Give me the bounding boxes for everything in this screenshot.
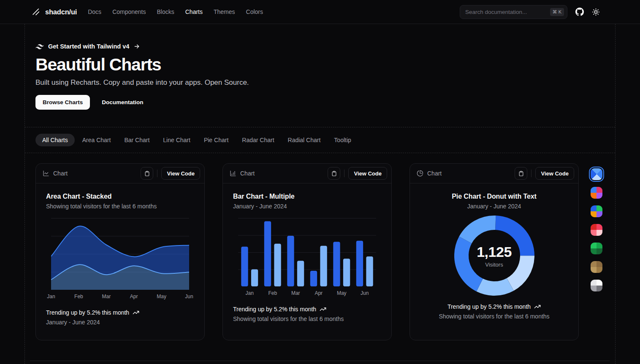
card-body: Pie Chart - Donut with Text January - Ju…	[410, 183, 578, 340]
next-section-divider	[30, 361, 610, 361]
tab-radial-chart[interactable]: Radial Chart	[282, 134, 327, 146]
theme-swatch-blue-rose-orange-violet[interactable]	[591, 187, 602, 199]
card-body: Bar Chart - Multiple January - June 2024…	[223, 183, 391, 340]
view-code-button[interactable]: View Code	[535, 167, 574, 180]
tailwind-announcement-link[interactable]: Get Started with Tailwind v4	[35, 43, 605, 50]
tab-all-charts[interactable]: All Charts	[35, 134, 75, 146]
theme-swatch-gray[interactable]	[591, 280, 602, 291]
x-tick-label: Jan	[246, 290, 254, 296]
copy-code-button[interactable]	[328, 167, 340, 180]
card-bar-chart-multiple: Chart View Code Bar Chart - Multiple Jan…	[222, 163, 392, 340]
chart-card-title: Pie Chart - Donut with Text	[420, 193, 568, 200]
footer-secondary-text: Showing total visitors for the last 6 mo…	[233, 315, 381, 322]
chart-card-subtitle: January - June 2024	[420, 203, 568, 210]
chart-cards-grid: Chart View Code Area Chart - Stacked Sho…	[35, 163, 579, 340]
sun-icon	[592, 8, 600, 16]
page-container: Get Started with Tailwind v4 Beautiful C…	[24, 24, 616, 364]
card-toolbar: Chart View Code	[36, 164, 204, 183]
tab-tooltip[interactable]: Tooltip	[328, 134, 357, 146]
bar-chart-svg	[238, 218, 376, 286]
brand-home-link[interactable]: shadcn/ui	[32, 8, 77, 16]
charts-section: Chart View Code Area Chart - Stacked Sho…	[25, 153, 615, 364]
search-kbd-shortcut: ⌘ K	[550, 8, 564, 16]
bar-chart-icon	[230, 170, 236, 177]
nav-link-blocks[interactable]: Blocks	[157, 8, 174, 15]
clipboard-icon	[144, 171, 150, 176]
x-tick-label: May	[337, 290, 347, 296]
area-chart-plot: JanFebMarAprMayJun	[51, 218, 189, 300]
view-code-button[interactable]: View Code	[161, 167, 200, 180]
bar-chart-x-axis: JanFebMarAprMayJun	[238, 290, 376, 297]
toolbar-divider	[157, 170, 157, 177]
copy-code-button[interactable]	[141, 167, 153, 180]
card-toolbar: Chart View Code	[223, 164, 391, 183]
footer-secondary-text: Showing total visitors for the last 6 mo…	[420, 313, 568, 320]
x-tick-label: Mar	[102, 294, 111, 299]
toolbar-chart-label: Chart	[53, 170, 68, 177]
nav-link-components[interactable]: Components	[112, 8, 146, 15]
card-toolbar: Chart View Code	[410, 164, 578, 183]
shadcn-logo-icon	[32, 8, 41, 16]
card-footer: Trending up by 5.2% this month January -…	[46, 309, 194, 326]
chart-card-title: Area Chart - Stacked	[46, 193, 194, 200]
toolbar-chart-label: Chart	[427, 170, 442, 177]
theme-swatch-red[interactable]	[591, 224, 602, 236]
navbar-right: Search documentation... ⌘ K	[460, 5, 600, 19]
x-tick-label: Jun	[361, 290, 369, 296]
nav-link-docs[interactable]: Docs	[88, 8, 101, 15]
pie-chart-icon	[417, 170, 423, 177]
trend-text: Trending up by 5.2% this month	[447, 303, 531, 310]
theme-swatch-blue-green-amber-violet[interactable]	[591, 205, 602, 217]
theme-swatch-green[interactable]	[591, 243, 602, 254]
x-tick-label: Apr	[130, 294, 138, 299]
github-link[interactable]	[575, 8, 584, 16]
nav-link-themes[interactable]: Themes	[214, 8, 235, 15]
x-tick-label: Jun	[185, 294, 193, 299]
hero-badge-text: Get Started with Tailwind v4	[48, 43, 129, 50]
x-tick-label: Feb	[74, 294, 83, 299]
theme-swatch-blue[interactable]	[591, 168, 602, 180]
bar-chart-plot: JanFebMarAprMayJun	[238, 218, 376, 297]
x-tick-label: Jan	[47, 294, 55, 299]
trending-up-icon	[133, 309, 139, 316]
view-code-button[interactable]: View Code	[348, 167, 387, 180]
donut-chart-svg	[454, 215, 535, 296]
chart-filter-tabs: All ChartsArea ChartBar ChartLine ChartP…	[25, 127, 615, 153]
chart-card-title: Bar Chart - Multiple	[233, 193, 381, 200]
theme-toggle-button[interactable]	[592, 8, 600, 16]
tab-area-chart[interactable]: Area Chart	[76, 134, 117, 146]
nav-link-colors[interactable]: Colors	[246, 8, 263, 15]
trending-up-icon	[534, 303, 541, 310]
browse-charts-button[interactable]: Browse Charts	[35, 95, 90, 110]
card-body: Area Chart - Stacked Showing total visit…	[36, 183, 204, 340]
hero-actions: Browse Charts Documentation	[35, 95, 605, 110]
toolbar-controls: View Code	[141, 167, 200, 180]
github-icon	[575, 8, 584, 16]
chart-card-subtitle: Showing total visitors for the last 6 mo…	[46, 203, 194, 210]
nav-link-charts[interactable]: Charts	[185, 8, 203, 15]
tab-bar-chart[interactable]: Bar Chart	[118, 134, 155, 146]
area-chart-x-axis: JanFebMarAprMayJun	[51, 294, 189, 300]
tab-line-chart[interactable]: Line Chart	[157, 134, 196, 146]
tab-radar-chart[interactable]: Radar Chart	[236, 134, 280, 146]
documentation-button[interactable]: Documentation	[96, 95, 149, 110]
search-input[interactable]: Search documentation... ⌘ K	[460, 5, 567, 19]
trending-up-icon	[320, 306, 326, 313]
x-tick-label: May	[157, 294, 166, 299]
tab-pie-chart[interactable]: Pie Chart	[198, 134, 234, 146]
footer-secondary-text: January - June 2024	[46, 319, 194, 326]
theme-picker-rail	[591, 163, 602, 291]
card-footer: Trending up by 5.2% this month Showing t…	[420, 303, 568, 320]
brand-name: shadcn/ui	[45, 8, 77, 16]
nav-links: DocsComponentsBlocksChartsThemesColors	[88, 8, 263, 15]
card-area-chart-stacked: Chart View Code Area Chart - Stacked Sho…	[35, 163, 205, 340]
donut-chart-plot: 1,125 Visitors	[454, 215, 535, 296]
toolbar-controls: View Code	[328, 167, 387, 180]
trend-text: Trending up by 5.2% this month	[233, 306, 316, 313]
toolbar-divider	[344, 170, 344, 177]
page-title: Beautiful Charts	[35, 55, 605, 75]
page-subtitle: Built using Recharts. Copy and paste int…	[35, 78, 605, 87]
theme-swatch-amber[interactable]	[591, 261, 602, 273]
x-tick-label: Apr	[315, 290, 323, 296]
copy-code-button[interactable]	[515, 167, 527, 180]
